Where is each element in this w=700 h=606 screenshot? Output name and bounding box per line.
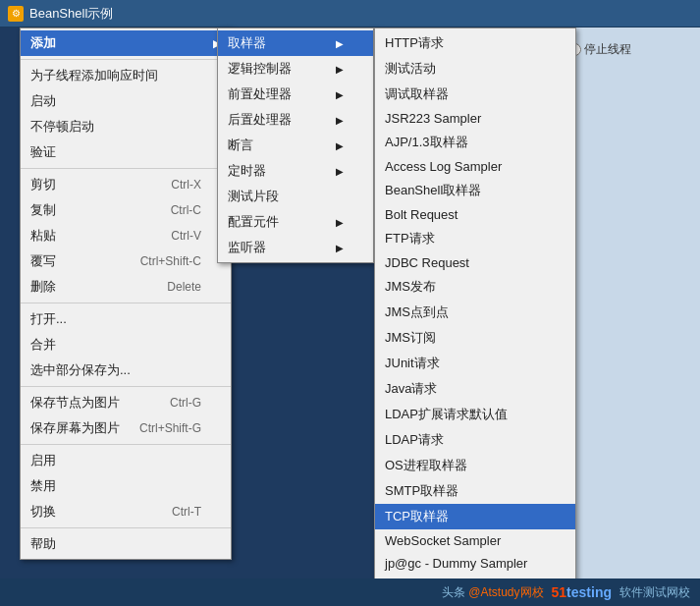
menu-item-merge[interactable]: 合并 bbox=[21, 332, 231, 358]
menu-item-websocket[interactable]: WebSocket Sampler bbox=[375, 529, 575, 552]
logic-arrow: ▶ bbox=[336, 64, 344, 75]
menu-item-paste[interactable]: 粘贴 Ctrl-V bbox=[21, 223, 231, 248]
menu-item-bolt[interactable]: Bolt Request bbox=[375, 203, 575, 226]
menu-item-test-fragment[interactable]: 测试片段 bbox=[218, 184, 373, 209]
menu-item-add-response-time[interactable]: 为子线程添加响应时间 bbox=[21, 63, 231, 88]
menu-item-post-processor[interactable]: 后置处理器 ▶ bbox=[218, 107, 373, 133]
menu-item-help[interactable]: 帮助 bbox=[21, 531, 231, 557]
menu-item-ldap[interactable]: LDAP请求 bbox=[375, 427, 575, 453]
subtitle-text: 软件测试网校 bbox=[619, 584, 690, 601]
menu-item-add[interactable]: 添加 ▶ bbox=[21, 30, 231, 56]
config-arrow: ▶ bbox=[336, 217, 344, 228]
menu-item-start-no-pause[interactable]: 不停顿启动 bbox=[21, 114, 231, 139]
menu-item-listener[interactable]: 监听器 ▶ bbox=[218, 235, 373, 260]
title-text: BeanShell示例 bbox=[29, 5, 113, 23]
menu-item-ftp[interactable]: FTP请求 bbox=[375, 226, 575, 251]
menu-container: 添加 ▶ 为子线程添加响应时间 启动 不停顿启动 验证 剪切 Ctrl-X 复制… bbox=[0, 28, 700, 606]
menu-item-start[interactable]: 启动 bbox=[21, 88, 231, 114]
logo-51testing: 51testing bbox=[552, 584, 612, 600]
menu-item-jpgc-dummy[interactable]: jp@gc - Dummy Sampler bbox=[375, 552, 575, 575]
menu-item-disable[interactable]: 禁用 bbox=[21, 473, 231, 499]
assertion-arrow: ▶ bbox=[336, 140, 344, 151]
title-bar: ⚙ BeanShell示例 bbox=[0, 0, 700, 28]
menu-item-timer[interactable]: 定时器 ▶ bbox=[218, 158, 373, 184]
title-icon: ⚙ bbox=[8, 6, 24, 22]
menu-item-rewrite[interactable]: 覆写 Ctrl+Shift-C bbox=[21, 248, 231, 274]
listener-arrow: ▶ bbox=[336, 243, 344, 253]
context-menu-l1: 添加 ▶ 为子线程添加响应时间 启动 不停顿启动 验证 剪切 Ctrl-X 复制… bbox=[20, 28, 232, 560]
menu-item-enable[interactable]: 启用 bbox=[21, 448, 231, 473]
menu-item-jdbc[interactable]: JDBC Request bbox=[375, 251, 575, 274]
menu-item-save-node-img[interactable]: 保存节点为图片 Ctrl-G bbox=[21, 390, 231, 415]
menu-item-assertion[interactable]: 断言 ▶ bbox=[218, 133, 373, 158]
menu-item-config-element[interactable]: 配置元件 ▶ bbox=[218, 209, 373, 235]
context-menu-l2: 取样器 ▶ 逻辑控制器 ▶ 前置处理器 ▶ 后置处理器 ▶ 断言 ▶ 定时器 ▶… bbox=[217, 28, 374, 263]
timer-arrow: ▶ bbox=[336, 166, 344, 177]
menu-item-toggle[interactable]: 切换 Ctrl-T bbox=[21, 499, 231, 524]
menu-item-save-screen-img[interactable]: 保存屏幕为图片 Ctrl+Shift-G bbox=[21, 415, 231, 441]
menu-item-save-selection[interactable]: 选中部分保存为... bbox=[21, 358, 231, 383]
menu-item-java[interactable]: Java请求 bbox=[375, 376, 575, 402]
menu-item-cut[interactable]: 剪切 Ctrl-X bbox=[21, 172, 231, 197]
menu-item-jsr223[interactable]: JSR223 Sampler bbox=[375, 107, 575, 130]
menu-item-access-log[interactable]: Access Log Sampler bbox=[375, 155, 575, 178]
menu-item-ajp[interactable]: AJP/1.3取样器 bbox=[375, 130, 575, 155]
menu-item-os[interactable]: OS进程取样器 bbox=[375, 453, 575, 478]
menu-item-copy[interactable]: 复制 Ctrl-C bbox=[21, 197, 231, 223]
menu-item-open[interactable]: 打开... bbox=[21, 306, 231, 332]
menu-item-jms-point[interactable]: JMS点到点 bbox=[375, 300, 575, 325]
menu-item-beanshell[interactable]: BeanShell取样器 bbox=[375, 178, 575, 203]
menu-item-pre-processor[interactable]: 前置处理器 ▶ bbox=[218, 82, 373, 107]
post-arrow: ▶ bbox=[336, 115, 344, 126]
source-text: 头条 @Atstudy网校 bbox=[442, 584, 544, 601]
menu-item-sampler[interactable]: 取样器 ▶ bbox=[218, 30, 373, 56]
menu-item-junit[interactable]: JUnit请求 bbox=[375, 351, 575, 376]
menu-item-debug-sampler[interactable]: 调试取样器 bbox=[375, 82, 575, 107]
menu-item-smtp[interactable]: SMTP取样器 bbox=[375, 478, 575, 504]
menu-item-tcp[interactable]: TCP取样器 bbox=[375, 504, 575, 529]
context-menu-l3: HTTP请求 测试活动 调试取样器 JSR223 Sampler AJP/1.3… bbox=[374, 28, 576, 606]
pre-arrow: ▶ bbox=[336, 89, 344, 100]
menu-item-delete[interactable]: 删除 Delete bbox=[21, 274, 231, 300]
bottom-bar: 头条 @Atstudy网校 51testing 软件测试网校 bbox=[0, 578, 700, 606]
menu-item-test-action[interactable]: 测试活动 bbox=[375, 56, 575, 82]
menu-item-jms-publish[interactable]: JMS发布 bbox=[375, 274, 575, 300]
menu-item-validate[interactable]: 验证 bbox=[21, 139, 231, 165]
menu-item-ldap-ext[interactable]: LDAP扩展请求默认值 bbox=[375, 402, 575, 427]
menu-item-jms-subscribe[interactable]: JMS订阅 bbox=[375, 325, 575, 351]
menu-item-http-request[interactable]: HTTP请求 bbox=[375, 30, 575, 56]
menu-item-logic-controller[interactable]: 逻辑控制器 ▶ bbox=[218, 56, 373, 82]
sampler-arrow: ▶ bbox=[336, 38, 344, 49]
